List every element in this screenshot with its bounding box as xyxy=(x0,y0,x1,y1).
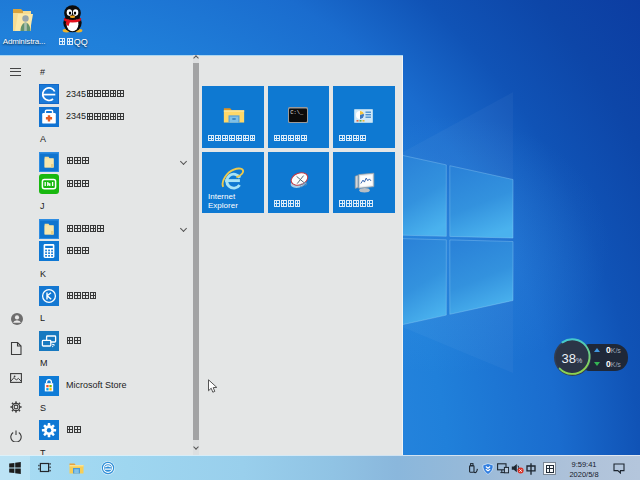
svg-text:%: % xyxy=(576,357,582,364)
svg-text:38: 38 xyxy=(562,351,576,366)
svg-text:C:\_: C:\_ xyxy=(290,110,304,116)
